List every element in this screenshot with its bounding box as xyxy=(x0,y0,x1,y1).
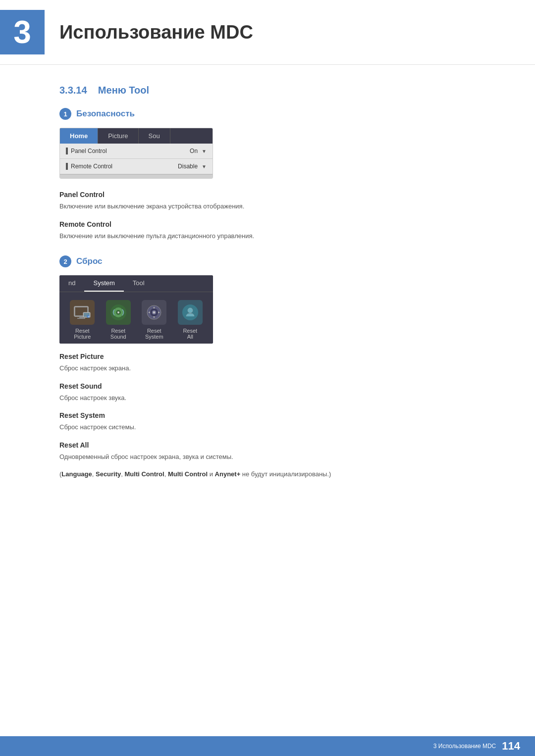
reset-picture-label-top: Reset xyxy=(75,328,90,334)
footer-text: 3 Использование MDC xyxy=(433,743,496,750)
subsection2-header: 2 Сброс xyxy=(59,255,476,267)
subsection1-header: 1 Безопасность xyxy=(59,108,476,120)
reset-picture-item: ↺ Reset Picture xyxy=(67,300,97,340)
dropdown-arrow-2: ▼ xyxy=(202,164,207,169)
note-multi-control-2: Multi Control xyxy=(168,470,208,478)
page-header: 3 Использование MDC xyxy=(0,0,535,65)
remote-control-value: Disable xyxy=(178,163,198,170)
panel-footer xyxy=(60,174,213,178)
circle-1: 1 xyxy=(59,108,71,120)
tab-picture[interactable]: Picture xyxy=(98,128,138,144)
reset-all-item: Reset All xyxy=(175,300,205,340)
remote-control-row: Remote Control Disable ▼ xyxy=(60,159,213,174)
reset-picture-desc: Сброс настроек экрана. xyxy=(59,363,476,373)
reset-sound-label-bottom: Sound xyxy=(110,334,126,340)
reset-all-desc: Одновременный сброс настроек экрана, зву… xyxy=(59,452,476,462)
circle-2: 2 xyxy=(59,255,71,267)
note-anynet: Anynet+ xyxy=(215,470,241,478)
panel-control-label: Panel Control xyxy=(66,148,190,154)
reset-icons-row: ↺ Reset Picture xyxy=(59,292,213,344)
subsection2-title: Сброс xyxy=(76,256,103,266)
remote-control-title: Remote Control xyxy=(59,220,476,228)
chapter-title: Использование MDC xyxy=(59,22,253,43)
note-security: Security xyxy=(96,470,121,478)
reset-sound-title: Reset Sound xyxy=(59,382,476,390)
reset-all-icon[interactable] xyxy=(178,300,203,325)
section-title: 3.3.14 Меню Tool xyxy=(59,85,476,96)
svg-point-11 xyxy=(117,311,119,313)
reset-sound-label-top: Reset xyxy=(111,328,125,334)
reset-tab-tool[interactable]: Tool xyxy=(124,275,154,292)
remote-control-desc: Включение или выключение пульта дистанци… xyxy=(59,231,476,241)
reset-panel: nd System Tool xyxy=(59,275,213,344)
remote-control-label: Remote Control xyxy=(66,163,178,170)
reset-all-title: Reset All xyxy=(59,441,476,449)
reset-picture-title: Reset Picture xyxy=(59,353,476,360)
reset-system-item: Reset System xyxy=(139,300,169,340)
svg-point-15 xyxy=(153,311,155,313)
tab-sou[interactable]: Sou xyxy=(139,128,170,144)
panel-control-desc: Включение или выключение экрана устройст… xyxy=(59,202,476,211)
dropdown-arrow-1: ▼ xyxy=(202,149,207,154)
page-number: 114 xyxy=(502,740,520,753)
reset-system-icon[interactable] xyxy=(142,300,166,325)
reset-all-label-top: Reset xyxy=(183,328,197,334)
svg-rect-3 xyxy=(77,318,85,319)
chapter-number-box: 3 xyxy=(0,10,45,54)
panel-control-title: Panel Control xyxy=(59,191,476,199)
panel-control-value: On xyxy=(190,148,198,154)
reset-sound-item: Reset Sound xyxy=(104,300,133,340)
note-text: (Language, Security, Multi Control, Mult… xyxy=(59,469,476,480)
bar-icon-2 xyxy=(66,163,68,170)
subsection1-title: Безопасность xyxy=(76,109,135,119)
svg-point-17 xyxy=(188,308,193,313)
note-language: Language xyxy=(61,470,92,478)
page-footer: 3 Использование MDC 114 xyxy=(0,736,535,756)
reset-sound-icon[interactable] xyxy=(106,300,131,325)
main-content: 3.3.14 Меню Tool 1 Безопасность Home Pic… xyxy=(0,85,535,519)
note-multi-control-1: Multi Control xyxy=(125,470,164,478)
reset-tab-system[interactable]: System xyxy=(84,275,123,292)
reset-system-title: Reset System xyxy=(59,411,476,419)
security-panel: Home Picture Sou Panel Control On ▼ xyxy=(59,128,213,179)
reset-system-desc: Сброс настроек системы. xyxy=(59,422,476,432)
reset-all-label-bottom: All xyxy=(187,334,193,340)
reset-picture-label-bottom: Picture xyxy=(74,334,91,340)
panel-body: Panel Control On ▼ Remote Control Disabl… xyxy=(60,144,213,174)
panel-control-row: Panel Control On ▼ xyxy=(60,144,213,159)
reset-picture-icon[interactable]: ↺ xyxy=(70,300,95,325)
bar-icon xyxy=(66,148,68,154)
reset-system-label-bottom: System xyxy=(145,334,163,340)
reset-tabs: nd System Tool xyxy=(59,275,213,292)
reset-tab-nd[interactable]: nd xyxy=(59,275,84,292)
tab-home[interactable]: Home xyxy=(60,128,98,144)
reset-sound-desc: Сброс настроек звука. xyxy=(59,393,476,403)
reset-system-label-top: Reset xyxy=(147,328,161,334)
chapter-number: 3 xyxy=(13,16,31,48)
panel-tabs: Home Picture Sou xyxy=(60,128,213,144)
